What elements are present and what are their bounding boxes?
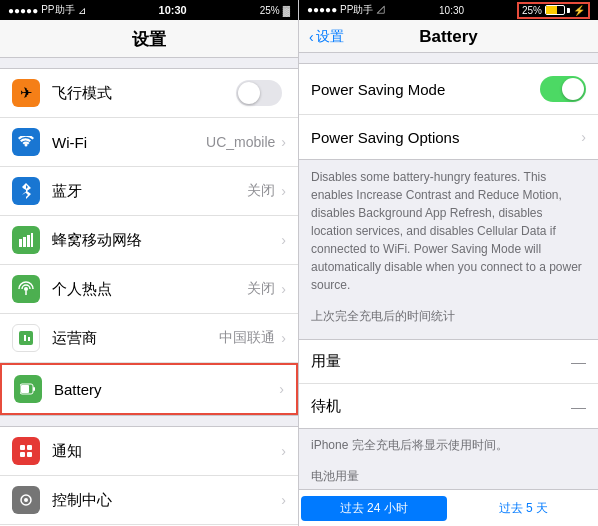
airplane-toggle[interactable] — [236, 80, 282, 106]
settings-title: 设置 — [0, 28, 298, 51]
battery-chevron: › — [279, 381, 284, 397]
bluetooth-chevron: › — [281, 183, 286, 199]
hotspot-value: 关闭 — [247, 280, 275, 298]
svg-rect-3 — [31, 233, 33, 247]
usage-item: 用量 — — [299, 340, 598, 384]
battery-percentage: 25% — [522, 5, 542, 16]
hotspot-chevron: › — [281, 281, 286, 297]
list-item-bluetooth[interactable]: 蓝牙 关闭 › — [0, 167, 298, 216]
left-status-bar: ●●●●● PP助手 ⊿ 10:30 25% ▓ — [0, 0, 298, 20]
wifi-settings-icon — [12, 128, 40, 156]
right-wifi-icon: ⊿ — [376, 4, 386, 15]
battery-fill — [546, 6, 557, 14]
list-item-airplane[interactable]: ✈ 飞行模式 — [0, 69, 298, 118]
carrier-value: 中国联通 — [219, 329, 275, 347]
signal-dots: ●●●●● — [8, 5, 38, 16]
toggle-knob — [562, 78, 584, 100]
hotspot-icon — [12, 275, 40, 303]
carrier-icon — [12, 324, 40, 352]
list-item-wifi[interactable]: Wi-Fi UC_mobile › — [0, 118, 298, 167]
notification-chevron: › — [281, 443, 286, 459]
battery-status-indicator: 25% ⚡ — [517, 2, 590, 19]
right-carrier: PP助手 — [340, 4, 373, 15]
cellular-icon — [12, 226, 40, 254]
battery-tip — [567, 8, 570, 13]
power-saving-description: Disables some battery-hungry features. T… — [299, 160, 598, 302]
left-signal: ●●●●● PP助手 ⊿ — [8, 3, 86, 17]
battery-label: Battery — [54, 381, 279, 398]
battery-tab-bar: 过去 24 小时 过去 5 天 — [299, 489, 598, 526]
battery-bar-wrapper — [545, 5, 570, 15]
battery-settings-icon — [14, 375, 42, 403]
right-signal-dots: ●●●●● — [307, 4, 337, 15]
control-chevron: › — [281, 492, 286, 508]
battery-page-title: Battery — [419, 27, 478, 47]
tab-24h[interactable]: 过去 24 小时 — [301, 496, 447, 521]
battery-percent: 25% — [260, 5, 280, 16]
airplane-label: 飞行模式 — [52, 84, 236, 103]
connectivity-group: ✈ 飞行模式 Wi-Fi UC_mobile › — [0, 68, 298, 416]
right-panel: ●●●●● PP助手 ⊿ 10:30 25% ⚡ ‹ 设置 Battery — [299, 0, 598, 526]
battery-usage-header: 电池用量 — [299, 462, 598, 489]
wifi-chevron: › — [281, 134, 286, 150]
svg-point-4 — [24, 287, 28, 291]
bluetooth-value: 关闭 — [247, 182, 275, 200]
back-button[interactable]: ‹ 设置 — [309, 28, 344, 46]
power-saving-options-label: Power Saving Options — [311, 129, 581, 146]
standby-value: — — [571, 398, 586, 415]
list-item-control[interactable]: 控制中心 › — [0, 476, 298, 525]
right-time: 10:30 — [439, 5, 464, 16]
battery-icon-left: ▓ — [283, 5, 290, 16]
control-label: 控制中心 — [52, 491, 281, 510]
usage-label: 用量 — [311, 352, 571, 371]
list-item-battery[interactable]: Battery › — [0, 363, 298, 415]
options-chevron: › — [581, 129, 586, 145]
control-icon — [12, 486, 40, 514]
usage-value: — — [571, 353, 586, 370]
power-saving-toggle[interactable] — [540, 76, 586, 102]
left-nav-bar: 设置 — [0, 20, 298, 58]
bluetooth-label: 蓝牙 — [52, 182, 247, 201]
settings-list[interactable]: ✈ 飞行模式 Wi-Fi UC_mobile › — [0, 58, 298, 526]
left-battery: 25% ▓ — [260, 5, 290, 16]
wifi-icon: ⊿ — [78, 5, 86, 16]
svg-point-14 — [24, 498, 28, 502]
airplane-icon: ✈ — [12, 79, 40, 107]
carrier-chevron: › — [281, 330, 286, 346]
footer-note: iPhone 完全充电后将显示使用时间。 — [299, 429, 598, 462]
carrier-label: 运营商 — [52, 329, 219, 348]
svg-rect-12 — [27, 452, 32, 457]
power-saving-mode-label: Power Saving Mode — [311, 81, 540, 98]
list-item-cellular[interactable]: 蜂窝移动网络 › — [0, 216, 298, 265]
last-charge-header: 上次完全充电后的时间统计 — [299, 302, 598, 329]
back-chevron-icon: ‹ — [309, 29, 314, 45]
power-saving-options-item[interactable]: Power Saving Options › — [299, 115, 598, 159]
notification-icon — [12, 437, 40, 465]
svg-rect-10 — [27, 445, 32, 450]
hotspot-label: 个人热点 — [52, 280, 247, 299]
cellular-label: 蜂窝移动网络 — [52, 231, 281, 250]
section-connectivity: ✈ 飞行模式 Wi-Fi UC_mobile › — [0, 68, 298, 416]
usage-group: 用量 — 待机 — — [299, 339, 598, 429]
battery-bar — [545, 5, 565, 15]
left-panel: ●●●●● PP助手 ⊿ 10:30 25% ▓ 设置 ✈ 飞行模式 — [0, 0, 299, 526]
notification-label: 通知 — [52, 442, 281, 461]
right-status-bar: ●●●●● PP助手 ⊿ 10:30 25% ⚡ — [299, 0, 598, 20]
cellular-chevron: › — [281, 232, 286, 248]
list-item-notification[interactable]: 通知 › — [0, 427, 298, 476]
list-item-hotspot[interactable]: 个人热点 关闭 › — [0, 265, 298, 314]
power-saving-mode-item[interactable]: Power Saving Mode — [299, 64, 598, 115]
list-item-carrier[interactable]: 运营商 中国联通 › — [0, 314, 298, 363]
tab-5d[interactable]: 过去 5 天 — [451, 496, 597, 521]
lightning-icon: ⚡ — [573, 5, 585, 16]
svg-rect-11 — [20, 452, 25, 457]
svg-rect-8 — [33, 387, 35, 391]
standby-item: 待机 — — [299, 384, 598, 428]
right-nav-bar: ‹ 设置 Battery — [299, 20, 598, 53]
wifi-value: UC_mobile — [206, 134, 275, 150]
bluetooth-icon — [12, 177, 40, 205]
back-label: 设置 — [316, 28, 344, 46]
section-system: 通知 › 控制中心 › — [0, 426, 298, 526]
battery-content[interactable]: Power Saving Mode Power Saving Options ›… — [299, 53, 598, 526]
svg-rect-2 — [27, 235, 30, 247]
